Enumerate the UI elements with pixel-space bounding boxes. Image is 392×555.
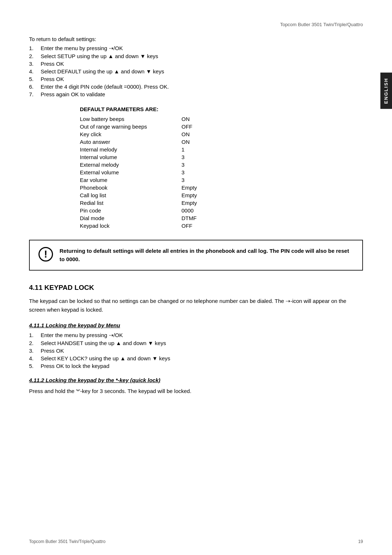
intro-text: To return to default settings: (29, 36, 363, 42)
list-item: 3.Press OK (29, 348, 363, 354)
footer-left: Topcom Butler 3501 Twin/Triple/Quattro (29, 539, 106, 544)
list-item: 1.Enter the menu by pressing ⇢/OK (29, 332, 363, 339)
list-item: 1.Enter the menu by pressing ⇢/OK (29, 45, 363, 52)
default-params-section: DEFAULT PARAMETERS ARE: Low battery beep… (80, 106, 363, 230)
table-row: Dial modeDTMF (80, 214, 197, 222)
list-item: 5.Press OK to lock the keypad (29, 363, 363, 369)
table-row: Ear volume3 (80, 176, 197, 184)
default-reset-steps: 1.Enter the menu by pressing ⇢/OK2.Selec… (29, 45, 363, 97)
table-row: Out of range warning beepsOFF (80, 123, 197, 130)
table-row: Call log listEmpty (80, 191, 197, 199)
keypad-lock-steps-1: 1.Enter the menu by pressing ⇢/OK2.Selec… (29, 332, 363, 369)
table-row: Low battery beepsON (80, 115, 197, 123)
footer: Topcom Butler 3501 Twin/Triple/Quattro 1… (29, 539, 363, 544)
top-header: Topcom Butler 3501 Twin/Triple/Quattro (29, 22, 363, 27)
notice-icon: ! (38, 247, 53, 262)
list-item: 5.Press OK (29, 76, 363, 82)
table-row: Pin code0000 (80, 207, 197, 214)
keypad-lock-title: 4.11 KEYPAD LOCK (29, 284, 363, 292)
keypad-lock-description: The keypad can be locked so that no sett… (29, 297, 363, 314)
list-item: 4.Select KEY LOCK? using the up ▲ and do… (29, 355, 363, 361)
list-item: 2.Select SETUP using the up ▲ and down ▼… (29, 53, 363, 59)
list-item: 2.Select HANDSET using the up ▲ and down… (29, 340, 363, 346)
list-item: 4.Select DEFAULT using the up ▲ and down… (29, 68, 363, 74)
table-row: PhonebookEmpty (80, 184, 197, 191)
subsection-411-1-title: 4.11.1 Locking the keypad by Menu (29, 322, 363, 328)
table-row: Key clickON (80, 130, 197, 138)
list-item: 7.Press again OK to validate (29, 91, 363, 97)
table-row: External melody3 (80, 161, 197, 169)
subsection-411-2-body: Press and hold the '*'-key for 3 seconds… (29, 387, 363, 396)
list-item: 6.Enter the 4 digit PIN code (default =0… (29, 84, 363, 90)
table-row: Keypad lockOFF (80, 222, 197, 230)
table-row: Internal melody1 (80, 146, 197, 153)
footer-right: 19 (358, 539, 363, 544)
table-row: External volume3 (80, 169, 197, 176)
list-item: 3.Press OK (29, 61, 363, 67)
table-row: Internal volume3 (80, 153, 197, 161)
params-table: Low battery beepsONOut of range warning … (80, 115, 197, 230)
default-params-title: DEFAULT PARAMETERS ARE: (80, 106, 363, 112)
subsection-411-2-title: 4.11.2 Locking the keypad by the *-key (… (29, 377, 363, 383)
table-row: Auto answerON (80, 138, 197, 146)
notice-text: Returning to default settings will delet… (60, 247, 354, 263)
page: ENGLISH Topcom Butler 3501 Twin/Triple/Q… (0, 0, 392, 555)
table-row: Redial listEmpty (80, 199, 197, 207)
notice-box: ! Returning to default settings will del… (29, 240, 363, 271)
side-tab-english: ENGLISH (380, 73, 392, 109)
